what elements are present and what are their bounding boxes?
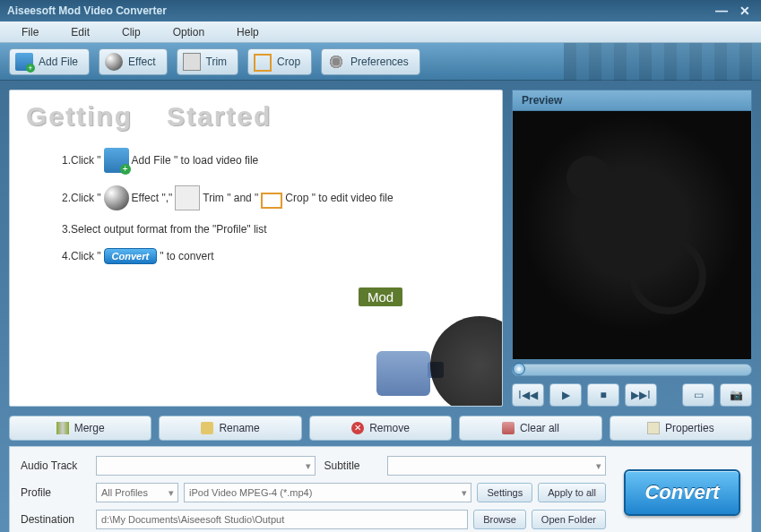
main-area: Getting Started 1.Click " Add File " to … xyxy=(0,81,761,412)
minimize-button[interactable]: — xyxy=(713,4,731,18)
step4-text-a: 4.Click " xyxy=(62,250,101,262)
crop-icon xyxy=(261,193,282,209)
audio-track-select[interactable] xyxy=(96,456,316,476)
preview-placeholder-icon xyxy=(513,111,751,359)
preview-video-area xyxy=(512,110,752,360)
seek-slider[interactable] xyxy=(512,364,752,376)
getting-started-panel: Getting Started 1.Click " Add File " to … xyxy=(9,90,503,407)
app-title: Aiseesoft Mod Video Converter xyxy=(7,4,167,17)
step-2: 2.Click " Effect "," Trim " and " Crop "… xyxy=(62,185,486,210)
step-1: 1.Click " Add File " to load video file xyxy=(62,148,486,173)
step4-text-b: " to convert xyxy=(160,250,213,262)
output-form: Audio Track Subtitle Profile All Profile… xyxy=(21,456,606,529)
skip-back-icon: I◀◀ xyxy=(518,389,537,401)
step-3: 3.Select output format from the "Profile… xyxy=(62,223,486,236)
getting-started-heading: Getting Started xyxy=(26,101,486,132)
properties-label: Properties xyxy=(665,422,714,434)
seek-thumb[interactable] xyxy=(513,363,525,375)
mod-tag: Mod xyxy=(359,287,402,306)
properties-icon xyxy=(647,422,660,434)
stop-button[interactable]: ■ xyxy=(587,383,619,407)
crop-icon xyxy=(254,54,272,72)
settings-button[interactable]: Settings xyxy=(477,483,532,502)
step1-text-b: Add File " to load video file xyxy=(132,154,259,167)
properties-button[interactable]: Properties xyxy=(610,416,752,441)
merge-icon xyxy=(56,422,69,434)
titlebar: Aiseesoft Mod Video Converter — ✕ xyxy=(0,0,761,21)
camcorder-icon xyxy=(376,351,430,396)
remove-icon xyxy=(351,422,364,434)
trim-button[interactable]: Trim xyxy=(177,48,239,75)
trim-label: Trim xyxy=(206,56,228,68)
step2-text-c: Trim " and " xyxy=(203,192,258,204)
remove-label: Remove xyxy=(369,422,410,434)
convert-pill-icon: Convert xyxy=(104,248,158,264)
profile-label: Profile xyxy=(21,486,87,499)
effect-icon xyxy=(104,185,129,210)
effect-icon xyxy=(105,53,123,71)
menu-clip[interactable]: Clip xyxy=(106,23,157,41)
audio-track-label: Audio Track xyxy=(21,459,87,472)
clear-label: Clear all xyxy=(520,422,559,434)
subtitle-label: Subtitle xyxy=(324,459,378,472)
destination-input[interactable]: d:\My Documents\Aiseesoft Studio\Output xyxy=(96,510,468,529)
add-file-icon xyxy=(15,53,33,71)
close-button[interactable]: ✕ xyxy=(736,4,754,18)
merge-button[interactable]: Merge xyxy=(9,416,151,441)
apply-to-all-button[interactable]: Apply to all xyxy=(538,483,606,502)
toolbar: Add File Effect Trim Crop Preferences xyxy=(0,43,761,81)
preview-panel: Preview I◀◀ ▶ ■ ▶▶I ▭ 📷 xyxy=(512,90,752,407)
step3-text: 3.Select output format from the "Profile… xyxy=(62,223,267,236)
play-icon: ▶ xyxy=(562,389,570,401)
preferences-button[interactable]: Preferences xyxy=(321,48,420,75)
preview-label: Preview xyxy=(512,90,752,110)
profile-select[interactable]: iPod Video MPEG-4 (*.mp4) xyxy=(184,483,471,502)
menu-help[interactable]: Help xyxy=(221,23,275,41)
clear-icon xyxy=(502,422,515,434)
snapshot-button[interactable]: 📷 xyxy=(720,383,752,407)
heading-word-b: Started xyxy=(167,101,272,131)
play-button[interactable]: ▶ xyxy=(549,383,582,407)
app-window: Aiseesoft Mod Video Converter — ✕ File E… xyxy=(0,0,761,532)
rename-icon xyxy=(201,422,213,434)
menu-option[interactable]: Option xyxy=(157,23,221,41)
step2-text-b: Effect "," xyxy=(132,192,173,204)
add-file-label: Add File xyxy=(39,56,78,68)
prev-button[interactable]: I◀◀ xyxy=(512,383,544,407)
crop-button[interactable]: Crop xyxy=(247,48,312,75)
step2-text-d: Crop " to edit video file xyxy=(285,192,393,204)
menu-file[interactable]: File xyxy=(5,23,55,41)
remove-button[interactable]: Remove xyxy=(309,416,452,441)
menu-edit[interactable]: Edit xyxy=(55,23,106,41)
add-file-button[interactable]: Add File xyxy=(9,48,90,75)
merge-label: Merge xyxy=(74,422,105,434)
rename-button[interactable]: Rename xyxy=(159,416,301,441)
subtitle-select[interactable] xyxy=(387,456,607,476)
destination-value: d:\My Documents\Aiseesoft Studio\Output xyxy=(101,514,284,525)
next-button[interactable]: ▶▶I xyxy=(625,383,657,407)
step2-text-a: 2.Click " xyxy=(62,192,101,204)
profile-value: iPod Video MPEG-4 (*.mp4) xyxy=(189,487,312,498)
camera-icon: 📷 xyxy=(730,389,743,401)
add-file-icon xyxy=(104,148,129,173)
fullscreen-icon: ▭ xyxy=(694,389,704,401)
fullscreen-button[interactable]: ▭ xyxy=(682,383,714,407)
profile-group-select[interactable]: All Profiles xyxy=(96,483,178,502)
open-folder-button[interactable]: Open Folder xyxy=(532,510,606,529)
trim-icon xyxy=(175,185,200,210)
film-deco xyxy=(564,43,761,81)
profile-group-value: All Profiles xyxy=(101,487,148,498)
clear-all-button[interactable]: Clear all xyxy=(459,416,601,441)
step1-text-a: 1.Click " xyxy=(62,154,101,167)
heading-word-a: Getting xyxy=(26,101,133,131)
skip-forward-icon: ▶▶I xyxy=(631,389,650,401)
menubar: File Edit Clip Option Help xyxy=(0,21,761,43)
convert-button[interactable]: Convert xyxy=(624,469,740,516)
crop-label: Crop xyxy=(277,56,300,68)
action-row: Merge Rename Remove Clear all Properties xyxy=(9,416,752,441)
playback-controls: I◀◀ ▶ ■ ▶▶I ▭ 📷 xyxy=(512,383,752,407)
trim-icon xyxy=(183,53,201,71)
browse-button[interactable]: Browse xyxy=(473,510,526,529)
effect-button[interactable]: Effect xyxy=(99,48,167,75)
destination-label: Destination xyxy=(21,513,87,526)
